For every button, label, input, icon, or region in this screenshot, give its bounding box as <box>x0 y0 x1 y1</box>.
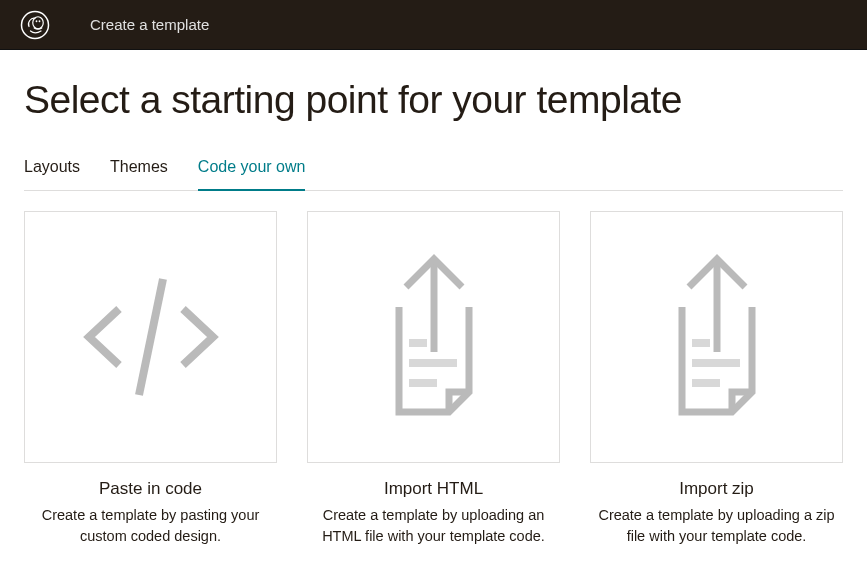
tab-layouts[interactable]: Layouts <box>24 158 80 190</box>
svg-rect-12 <box>692 379 720 387</box>
card-thumbnail <box>590 211 843 463</box>
card-paste-in-code[interactable]: Paste in code Create a template by pasti… <box>24 211 277 547</box>
card-import-zip[interactable]: Import zip Create a template by uploadin… <box>590 211 843 547</box>
card-import-html[interactable]: Import HTML Create a template by uploadi… <box>307 211 560 547</box>
code-icon <box>61 237 241 437</box>
svg-rect-7 <box>409 359 457 367</box>
svg-line-4 <box>139 279 163 395</box>
upload-file-icon <box>344 237 524 437</box>
svg-point-2 <box>39 20 41 22</box>
card-thumbnail <box>307 211 560 463</box>
mailchimp-logo-icon[interactable] <box>20 10 50 40</box>
upload-file-icon <box>627 237 807 437</box>
card-title: Import HTML <box>307 479 560 499</box>
tabs: Layouts Themes Code your own <box>24 158 843 191</box>
svg-rect-8 <box>409 379 437 387</box>
page-title: Select a starting point for your templat… <box>24 78 843 122</box>
svg-rect-11 <box>692 359 740 367</box>
svg-point-0 <box>22 11 49 38</box>
topbar: Create a template <box>0 0 867 50</box>
tab-code-your-own[interactable]: Code your own <box>198 158 306 190</box>
card-description: Create a template by uploading a zip fil… <box>590 505 843 547</box>
card-list: Paste in code Create a template by pasti… <box>24 211 843 547</box>
card-description: Create a template by uploading an HTML f… <box>307 505 560 547</box>
topbar-title: Create a template <box>90 16 209 33</box>
svg-rect-6 <box>409 339 427 347</box>
main-content: Select a starting point for your templat… <box>0 50 867 574</box>
card-description: Create a template by pasting your custom… <box>24 505 277 547</box>
card-title: Paste in code <box>24 479 277 499</box>
card-thumbnail <box>24 211 277 463</box>
tab-themes[interactable]: Themes <box>110 158 168 190</box>
svg-point-3 <box>36 20 38 22</box>
svg-rect-10 <box>692 339 710 347</box>
card-title: Import zip <box>590 479 843 499</box>
